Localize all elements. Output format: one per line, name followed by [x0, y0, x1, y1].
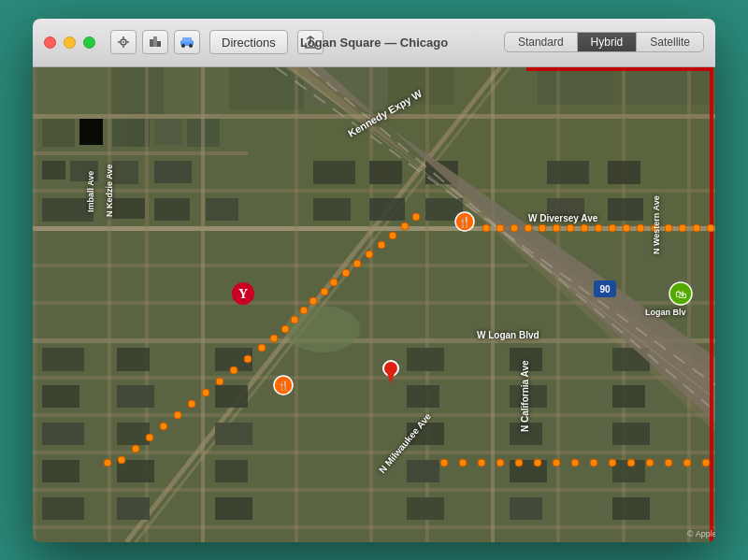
- svg-point-149: [440, 459, 448, 467]
- svg-rect-10: [33, 67, 108, 114]
- svg-text:🛍: 🛍: [675, 288, 686, 301]
- map-background: Y 🍴 🍴 🛍 90 Kennedy Expy W W Diversey Ave…: [33, 67, 715, 542]
- svg-rect-46: [556, 67, 560, 542]
- standard-map-btn[interactable]: Standard: [505, 33, 578, 51]
- drive-button[interactable]: [174, 30, 200, 54]
- svg-rect-43: [369, 67, 373, 542]
- map-type-controls: Standard Hybrid Satellite: [504, 32, 704, 52]
- svg-point-126: [366, 251, 373, 258]
- app-window: Directions Logan Square — Chicago Standa…: [33, 19, 715, 542]
- svg-point-109: [160, 423, 167, 430]
- minimize-button[interactable]: [64, 36, 76, 49]
- svg-rect-68: [608, 161, 640, 184]
- svg-rect-34: [33, 413, 715, 417]
- svg-rect-77: [117, 423, 150, 445]
- svg-rect-58: [206, 198, 238, 221]
- svg-rect-4: [157, 41, 161, 47]
- svg-rect-70: [42, 348, 84, 371]
- svg-text:Y: Y: [238, 287, 248, 301]
- svg-text:W Diversey Ave: W Diversey Ave: [528, 213, 598, 223]
- svg-text:Logan Blv: Logan Blv: [645, 308, 686, 317]
- svg-rect-89: [407, 497, 444, 520]
- svg-point-135: [539, 224, 546, 232]
- svg-text:N Western Ave: N Western Ave: [652, 195, 661, 254]
- svg-point-116: [258, 344, 266, 352]
- svg-point-123: [330, 279, 338, 286]
- svg-point-112: [202, 389, 209, 396]
- svg-point-140: [609, 224, 616, 232]
- svg-rect-56: [154, 161, 192, 183]
- svg-point-163: [702, 459, 710, 467]
- svg-point-152: [496, 459, 504, 467]
- location-button[interactable]: [110, 30, 137, 54]
- svg-rect-38: [33, 67, 36, 542]
- svg-point-156: [571, 459, 579, 467]
- satellite-map-btn[interactable]: Satellite: [637, 33, 703, 51]
- svg-rect-72: [42, 423, 84, 445]
- svg-point-130: [412, 213, 420, 221]
- svg-rect-76: [117, 385, 154, 408]
- svg-rect-6: [182, 37, 192, 42]
- svg-text:🍴: 🍴: [278, 380, 290, 392]
- svg-point-139: [595, 224, 602, 232]
- svg-rect-88: [407, 460, 439, 482]
- hybrid-map-btn[interactable]: Hybrid: [578, 33, 638, 51]
- svg-text:Imball Ave: Imball Ave: [86, 170, 95, 211]
- map-container[interactable]: Y 🍴 🍴 🛍 90 Kennedy Expy W W Diversey Ave…: [33, 67, 715, 542]
- maximize-button[interactable]: [83, 36, 95, 49]
- svg-rect-86: [407, 385, 439, 408]
- svg-rect-57: [154, 198, 190, 221]
- svg-rect-11: [108, 67, 164, 114]
- svg-text:N Kedzie Ave: N Kedzie Ave: [105, 164, 114, 216]
- svg-point-7: [181, 44, 185, 48]
- svg-rect-99: [612, 497, 650, 520]
- share-button[interactable]: [297, 30, 324, 54]
- svg-rect-17: [538, 67, 612, 105]
- svg-point-146: [693, 224, 700, 232]
- svg-rect-42: [295, 67, 298, 542]
- info-button[interactable]: [142, 30, 168, 54]
- svg-text:© Apple Inc.: © Apple Inc.: [687, 529, 715, 538]
- svg-rect-39: [108, 67, 111, 542]
- svg-point-1: [122, 41, 124, 43]
- svg-rect-79: [117, 497, 150, 520]
- svg-rect-36: [33, 488, 715, 492]
- svg-rect-60: [313, 161, 355, 184]
- close-button[interactable]: [44, 36, 56, 49]
- svg-point-127: [378, 241, 385, 249]
- titlebar: Directions Logan Square — Chicago Standa…: [33, 19, 715, 67]
- svg-point-144: [665, 224, 672, 232]
- svg-rect-2: [150, 39, 153, 47]
- svg-point-119: [291, 316, 298, 323]
- svg-point-115: [244, 355, 252, 363]
- svg-text:90: 90: [599, 284, 611, 294]
- svg-point-150: [459, 459, 467, 467]
- svg-rect-18: [612, 67, 715, 105]
- svg-point-117: [270, 335, 278, 342]
- svg-rect-71: [42, 385, 79, 408]
- svg-rect-51: [42, 161, 65, 179]
- svg-rect-74: [42, 497, 84, 520]
- svg-point-114: [230, 366, 237, 374]
- svg-rect-83: [215, 460, 248, 482]
- svg-rect-22: [154, 119, 182, 145]
- svg-point-161: [665, 459, 672, 467]
- svg-rect-28: [33, 189, 715, 193]
- toolbar-left: Directions: [110, 30, 324, 54]
- directions-button[interactable]: Directions: [209, 30, 288, 54]
- svg-rect-73: [42, 460, 79, 482]
- svg-text:N California Ave: N California Ave: [520, 360, 530, 432]
- svg-rect-48: [687, 67, 691, 542]
- svg-point-129: [401, 223, 409, 230]
- svg-rect-41: [201, 67, 205, 542]
- svg-rect-19: [42, 119, 75, 147]
- svg-point-122: [321, 288, 328, 295]
- svg-point-125: [353, 260, 361, 267]
- svg-point-155: [553, 459, 560, 467]
- svg-text:W Logan Blvd: W Logan Blvd: [477, 330, 539, 340]
- svg-point-147: [707, 224, 714, 232]
- svg-point-145: [679, 224, 686, 232]
- svg-rect-97: [612, 423, 650, 445]
- svg-point-107: [132, 445, 139, 452]
- svg-point-137: [567, 224, 574, 232]
